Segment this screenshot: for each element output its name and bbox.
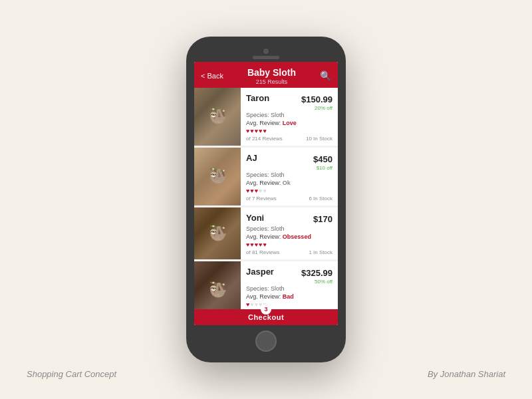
phone-shell: < Back Baby Sloth 215 Results 🔍 🦥 Taron … bbox=[186, 37, 346, 362]
phone-bottom bbox=[194, 325, 338, 354]
stock-yoni: 1 In Stock bbox=[309, 249, 332, 255]
product-species-taron: Species: Sloth bbox=[246, 112, 332, 118]
hearts-jasper: ♥ ♥ ♥ ♥ ♥ bbox=[246, 301, 332, 308]
product-card-taron[interactable]: 🦥 Taron $150.99 20% off Species: Sloth A… bbox=[194, 88, 338, 146]
watermark-left: Shopping Cart Concept bbox=[27, 369, 116, 379]
product-name-jasper: Jasper bbox=[246, 267, 274, 277]
review-word-taron: Love bbox=[283, 120, 297, 126]
review-label-taron: Avg. Review: Love bbox=[246, 120, 332, 126]
product-image-jasper: 🦥 bbox=[194, 261, 241, 309]
header-title: Baby Sloth bbox=[247, 67, 296, 78]
header-subtitle: 215 Results bbox=[247, 78, 296, 85]
review-count-aj: of 7 Reviews bbox=[246, 196, 277, 201]
product-image-taron: 🦥 bbox=[194, 88, 241, 146]
product-info-taron: Taron $150.99 20% off Species: Sloth Avg… bbox=[241, 88, 338, 146]
product-card-yoni[interactable]: 🦥 Yoni $170 Species: Sloth Avg. Review: … bbox=[194, 207, 338, 259]
product-price-taron: $150.99 bbox=[301, 94, 332, 104]
review-count-yoni: of 81 Reviews bbox=[246, 249, 279, 255]
stock-taron: 10 In Stock bbox=[306, 136, 332, 142]
review-word-jasper: Bad bbox=[283, 293, 294, 300]
phone-screen: < Back Baby Sloth 215 Results 🔍 🦥 Taron … bbox=[194, 62, 338, 325]
product-info-jasper: Jasper $325.99 50% off Species: Sloth Av… bbox=[241, 261, 338, 309]
product-species-aj: Species: Sloth bbox=[246, 172, 332, 178]
product-discount-jasper: 50% off bbox=[301, 279, 332, 285]
aj-image-placeholder: 🦥 bbox=[194, 148, 241, 205]
search-icon[interactable]: 🔍 bbox=[320, 70, 331, 81]
name-price-row-aj: AJ $450 $10 off bbox=[246, 153, 332, 171]
hearts-taron: ♥ ♥ ♥ ♥ ♥ bbox=[246, 128, 332, 134]
product-name-taron: Taron bbox=[246, 93, 269, 103]
product-name-yoni: Yoni bbox=[246, 213, 264, 223]
product-info-aj: AJ $450 $10 off Species: Sloth Avg. Revi… bbox=[241, 148, 338, 205]
phone-top bbox=[194, 45, 338, 62]
jasper-image-placeholder: 🦥 bbox=[194, 261, 241, 309]
checkout-badge: 3 bbox=[261, 304, 271, 315]
review-word-yoni: Obsessed bbox=[283, 233, 311, 240]
review-stock-taron: of 214 Reviews 10 In Stock bbox=[246, 136, 332, 142]
checkout-bar[interactable]: 3 Checkout bbox=[194, 309, 338, 325]
home-button[interactable] bbox=[255, 331, 277, 352]
review-count-taron: of 214 Reviews bbox=[246, 136, 283, 142]
product-species-jasper: Species: Sloth bbox=[246, 285, 332, 292]
price-block-taron: $150.99 20% off bbox=[301, 93, 332, 111]
name-price-row-taron: Taron $150.99 20% off bbox=[246, 93, 332, 111]
product-list: 🦥 Taron $150.99 20% off Species: Sloth A… bbox=[194, 88, 338, 309]
product-image-yoni: 🦥 bbox=[194, 207, 241, 259]
watermark-right: By Jonathan Shariat bbox=[428, 369, 505, 379]
product-price-yoni: $170 bbox=[313, 214, 332, 224]
review-stock-yoni: of 81 Reviews 1 In Stock bbox=[246, 249, 332, 255]
phone-camera bbox=[263, 49, 269, 54]
hearts-yoni: ♥ ♥ ♥ ♥ ♥ bbox=[246, 241, 332, 248]
review-label-jasper: Avg. Review: Bad bbox=[246, 293, 332, 300]
product-price-aj: $450 bbox=[313, 154, 332, 164]
product-card-jasper[interactable]: 🦥 Jasper $325.99 50% off Species: Sloth … bbox=[194, 261, 338, 309]
price-block-yoni: $170 bbox=[313, 213, 332, 225]
product-price-jasper: $325.99 bbox=[301, 268, 332, 278]
stock-aj: 6 In Stock bbox=[309, 196, 332, 201]
product-name-aj: AJ bbox=[246, 153, 257, 163]
product-card-aj[interactable]: 🦥 AJ $450 $10 off Species: Sloth Avg. Re… bbox=[194, 148, 338, 205]
taron-image-placeholder: 🦥 bbox=[194, 88, 241, 146]
yoni-image-placeholder: 🦥 bbox=[194, 207, 241, 259]
header-center: Baby Sloth 215 Results bbox=[247, 67, 296, 85]
review-label-aj: Avg. Review: Ok bbox=[246, 180, 332, 186]
review-word-aj: Ok bbox=[283, 180, 291, 186]
back-button[interactable]: < Back bbox=[201, 72, 223, 80]
price-block-aj: $450 $10 off bbox=[313, 153, 332, 171]
hearts-aj: ♥ ♥ ♥ ♥ ♥ bbox=[246, 188, 332, 194]
review-label-yoni: Avg. Review: Obsessed bbox=[246, 233, 332, 240]
product-info-yoni: Yoni $170 Species: Sloth Avg. Review: Ob… bbox=[241, 207, 338, 259]
name-price-row-jasper: Jasper $325.99 50% off bbox=[246, 267, 332, 285]
app-header: < Back Baby Sloth 215 Results 🔍 bbox=[194, 62, 338, 88]
price-block-jasper: $325.99 50% off bbox=[301, 267, 332, 285]
product-discount-aj: $10 off bbox=[313, 165, 332, 171]
product-species-yoni: Species: Sloth bbox=[246, 225, 332, 232]
product-discount-taron: 20% off bbox=[301, 105, 332, 111]
phone-speaker bbox=[253, 56, 279, 59]
name-price-row-yoni: Yoni $170 bbox=[246, 213, 332, 225]
review-stock-aj: of 7 Reviews 6 In Stock bbox=[246, 196, 332, 201]
product-image-aj: 🦥 bbox=[194, 148, 241, 205]
